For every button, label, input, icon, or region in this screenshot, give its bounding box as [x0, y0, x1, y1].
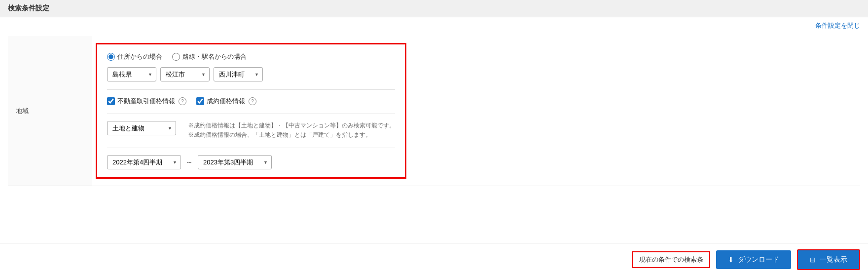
checkbox2-label[interactable]: 成約価格情報 ? — [196, 97, 256, 106]
chiki-row: 地域 住所からの場合 路線・駅名からの場合 — [8, 36, 860, 186]
conditions-box: 住所からの場合 路線・駅名からの場合 — [96, 43, 406, 179]
radio-address-label[interactable]: 住所からの場合 — [107, 52, 162, 61]
kakaku-section: 不動産取引価格情報 ? 成約価格情報 ? — [107, 89, 395, 106]
download-label: ダウンロード — [738, 255, 779, 264]
checkbox-seiyaku[interactable] — [196, 97, 204, 105]
shurui-notes: ※成約価格情報は【土地と建物】・【中古マンション等】のみ検索可能です。 ※成約価… — [188, 121, 395, 140]
radio-station[interactable] — [172, 53, 180, 61]
jiki-to-select[interactable]: 2023年第3四半期 — [198, 155, 272, 169]
city-select[interactable]: 松江市 — [160, 67, 210, 81]
prefecture-wrapper: 島根県 — [107, 67, 156, 81]
download-button[interactable]: ⬇ ダウンロード — [716, 250, 791, 269]
radio-address[interactable] — [107, 53, 115, 61]
current-search-label: 現在の条件での検索条 — [632, 251, 710, 268]
town-wrapper: 西川津町 — [214, 67, 263, 81]
radio-station-label[interactable]: 路線・駅名からの場合 — [172, 52, 247, 61]
chiki-label: 地域 — [8, 36, 92, 186]
download-icon: ⬇ — [728, 256, 734, 264]
help-icon-1[interactable]: ? — [179, 97, 186, 105]
radio-station-text: 路線・駅名からの場合 — [182, 52, 247, 61]
shurui-select[interactable]: 土地と建物 — [107, 121, 176, 135]
checkbox1-text: 不動産取引価格情報 — [117, 97, 175, 106]
chiki-content: 住所からの場合 路線・駅名からの場合 — [92, 36, 860, 186]
checkbox-fudosan[interactable] — [107, 97, 115, 105]
help-icon-2[interactable]: ? — [249, 97, 256, 105]
checkbox2-text: 成約価格情報 — [207, 97, 245, 106]
radio-address-text: 住所からの場合 — [117, 52, 162, 61]
shurui-note1: ※成約価格情報は【土地と建物】・【中古マンション等】のみ検索可能です。 — [188, 121, 395, 130]
jiki-to-wrapper: 2023年第3四半期 — [198, 155, 272, 169]
radio-group: 住所からの場合 路線・駅名からの場合 — [107, 52, 395, 61]
town-select[interactable]: 西川津町 — [214, 67, 263, 81]
shurui-wrapper: 土地と建物 — [107, 121, 176, 135]
list-button[interactable]: ⊟ 一覧表示 — [797, 249, 860, 270]
checkbox1-label[interactable]: 不動産取引価格情報 ? — [107, 97, 186, 106]
page-header: 検索条件設定 — [0, 0, 868, 17]
close-conditions-link[interactable]: 条件設定を閉じ — [815, 21, 860, 30]
page-title: 検索条件設定 — [8, 4, 49, 12]
search-table: 地域 住所からの場合 路線・駅名からの場合 — [8, 36, 860, 186]
bottom-bar: 現在の条件での検索条 ⬇ ダウンロード ⊟ 一覧表示 — [0, 243, 868, 276]
list-label: 一覧表示 — [820, 255, 847, 264]
jiki-row: 2022年第4四半期 ～ 2023年第3四半期 — [107, 155, 395, 169]
checkbox-group: 不動産取引価格情報 ? 成約価格情報 ? — [107, 97, 395, 106]
jiki-section: 2022年第4四半期 ～ 2023年第3四半期 — [107, 148, 395, 169]
select-row: 島根県 松江市 西川津町 — [107, 67, 395, 81]
shurui-note2: ※成約価格情報の場合、「土地と建物」とは「戸建て」を指します。 — [188, 130, 395, 140]
page-wrapper: 検索条件設定 条件設定を閉じ 地域 住所からの場合 — [0, 0, 868, 276]
jiki-from-select[interactable]: 2022年第4四半期 — [107, 155, 181, 169]
range-separator: ～ — [186, 158, 193, 167]
jiki-from-wrapper: 2022年第4四半期 — [107, 155, 181, 169]
shurui-section: 土地と建物 ※成約価格情報は【土地と建物】・【中古マンション等】のみ検索可能です… — [107, 114, 395, 140]
prefecture-select[interactable]: 島根県 — [107, 67, 156, 81]
main-content: 地域 住所からの場合 路線・駅名からの場合 — [0, 32, 868, 190]
shurui-row: 土地と建物 ※成約価格情報は【土地と建物】・【中古マンション等】のみ検索可能です… — [107, 121, 395, 140]
close-bar: 条件設定を閉じ — [0, 17, 868, 32]
list-icon: ⊟ — [810, 256, 816, 264]
city-wrapper: 松江市 — [160, 67, 210, 81]
